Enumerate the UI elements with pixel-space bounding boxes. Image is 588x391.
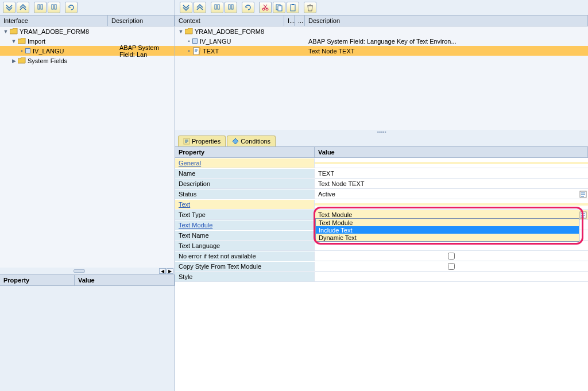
tab-properties[interactable]: Properties	[178, 136, 226, 146]
find-next-button[interactable]	[225, 2, 237, 13]
expand-all-button[interactable]	[3, 2, 16, 13]
property-value	[315, 169, 588, 178]
right-panel: Context I... ... Description ▼ YRAM_ADOB…	[175, 0, 588, 391]
refresh-button[interactable]	[65, 2, 78, 13]
ctx-node-label: YRAM_ADOBE_FORM8	[195, 28, 264, 35]
scroll-left-icon[interactable]: ◀	[159, 268, 166, 274]
svg-rect-13	[292, 4, 294, 5]
collapse-all-button[interactable]	[194, 2, 206, 13]
tree-node-iv-langu[interactable]: • IV_LANGU ABAP System Field: Lan	[0, 46, 175, 56]
property-input[interactable]	[318, 273, 585, 280]
property-row: No error if text not available	[175, 251, 588, 261]
delete-button[interactable]	[304, 2, 316, 13]
ctx-node-label: TEXT	[203, 48, 219, 55]
property-label: Description	[175, 179, 315, 188]
property-label: Copy Style From Text Module	[175, 262, 315, 271]
property-value	[315, 241, 588, 250]
section-link[interactable]: Text	[179, 201, 190, 208]
find-button[interactable]	[211, 2, 223, 13]
header-interface: Interface	[0, 16, 108, 26]
property-row: Text Language	[175, 241, 588, 251]
context-toolbar	[175, 0, 588, 15]
left-bottom-panel: Property Value	[0, 274, 175, 372]
tree-node-label: System Fields	[28, 57, 67, 64]
property-row: Name	[175, 168, 588, 179]
property-row: Text	[175, 199, 588, 210]
properties-table: Property Value GeneralNameDescriptionSta…	[175, 147, 588, 391]
tab-conditions[interactable]: Conditions	[227, 136, 276, 146]
header-context: Context	[175, 16, 284, 26]
dropdown-option[interactable]: Include Text	[316, 226, 579, 234]
scroll-right-icon[interactable]: ▶	[167, 268, 173, 274]
property-link[interactable]: Text Module	[179, 222, 212, 229]
property-value	[315, 262, 588, 271]
chevron-down-icon[interactable]: ▼	[10, 38, 17, 44]
property-input[interactable]	[318, 180, 585, 187]
tree-node-label: Import	[28, 38, 45, 45]
left-panel: Interface Description ▼ YRAM_ADOBE_FORM8…	[0, 0, 175, 391]
chevron-down-icon[interactable]: ▼	[2, 29, 9, 34]
find-next-button[interactable]	[48, 2, 60, 13]
svg-rect-5	[218, 5, 219, 9]
chevron-down-icon[interactable]: ▼	[177, 29, 184, 34]
property-row: General	[175, 158, 588, 168]
chevron-right-icon[interactable]: ▶	[10, 58, 17, 64]
ctx-node-iv-langu[interactable]: • IV_LANGU ABAP System Field: Language K…	[175, 36, 588, 46]
text-type-dropdown[interactable]: Text Module Include Text Dynamic Text	[315, 218, 579, 242]
folder-icon	[184, 28, 193, 35]
refresh-button[interactable]	[242, 2, 254, 13]
cut-button[interactable]	[259, 2, 272, 13]
ctx-node-text[interactable]: • TEXT Text Node TEXT	[175, 46, 588, 56]
scroll-bar[interactable]: ◀ ▶	[0, 268, 175, 274]
property-label: Text Module	[175, 220, 315, 230]
svg-rect-1	[41, 5, 42, 9]
context-tree-header: Context I... ... Description	[175, 15, 588, 26]
property-row: Style	[175, 272, 588, 282]
property-input[interactable]	[318, 191, 585, 198]
value-help-icon[interactable]	[579, 211, 587, 219]
tree-node-desc: ABAP System Field: Lan	[109, 44, 175, 58]
ctx-node-desc: Text Node TEXT	[306, 48, 588, 55]
bullet-icon: •	[185, 48, 192, 54]
header-property: Property	[0, 275, 75, 285]
section-link[interactable]: General	[179, 160, 201, 167]
property-label: Style	[175, 272, 315, 281]
bullet-icon: •	[18, 48, 25, 54]
property-input[interactable]	[318, 170, 585, 177]
collapse-all-button[interactable]	[17, 2, 29, 13]
property-input[interactable]	[318, 242, 585, 249]
tree-node-label: IV_LANGU	[33, 48, 64, 55]
svg-rect-0	[38, 5, 40, 9]
folder-icon	[9, 28, 18, 35]
tree-node-label: YRAM_ADOBE_FORM8	[20, 28, 89, 35]
interface-tree-header: Interface Description	[0, 15, 175, 26]
dropdown-option[interactable]: Dynamic Text	[316, 234, 579, 241]
svg-rect-4	[215, 5, 216, 9]
field-icon	[25, 48, 30, 53]
find-button[interactable]	[34, 2, 47, 13]
horizontal-splitter[interactable]: ▪▪▪▪▪	[175, 130, 588, 134]
value-help-icon[interactable]	[579, 191, 587, 198]
context-tree[interactable]: ▼ YRAM_ADOBE_FORM8 • IV_LANGU ABAP Syste…	[175, 26, 588, 130]
header-value: Value	[75, 275, 175, 285]
property-checkbox[interactable]	[448, 253, 455, 260]
copy-button[interactable]	[273, 2, 285, 13]
svg-rect-7	[231, 5, 233, 9]
tab-label: Properties	[192, 138, 220, 145]
expand-all-button[interactable]	[180, 2, 192, 13]
tree-root[interactable]: ▼ YRAM_ADOBE_FORM8	[0, 26, 175, 36]
header-value: Value	[315, 147, 588, 157]
svg-rect-3	[55, 5, 56, 9]
field-icon	[192, 38, 198, 44]
properties-icon	[183, 138, 190, 145]
dropdown-option[interactable]: Text Module	[316, 219, 579, 226]
interface-tree[interactable]: ▼ YRAM_ADOBE_FORM8 ▼ Import • IV_LANGU A…	[0, 26, 175, 268]
property-checkbox[interactable]	[448, 263, 455, 270]
property-section: General	[175, 158, 315, 168]
paste-button[interactable]	[287, 2, 299, 13]
header-i: I...	[284, 16, 295, 26]
ctx-root[interactable]: ▼ YRAM_ADOBE_FORM8	[175, 26, 588, 36]
header-description: Description	[305, 16, 588, 26]
svg-rect-11	[278, 6, 282, 11]
property-value	[315, 251, 588, 261]
